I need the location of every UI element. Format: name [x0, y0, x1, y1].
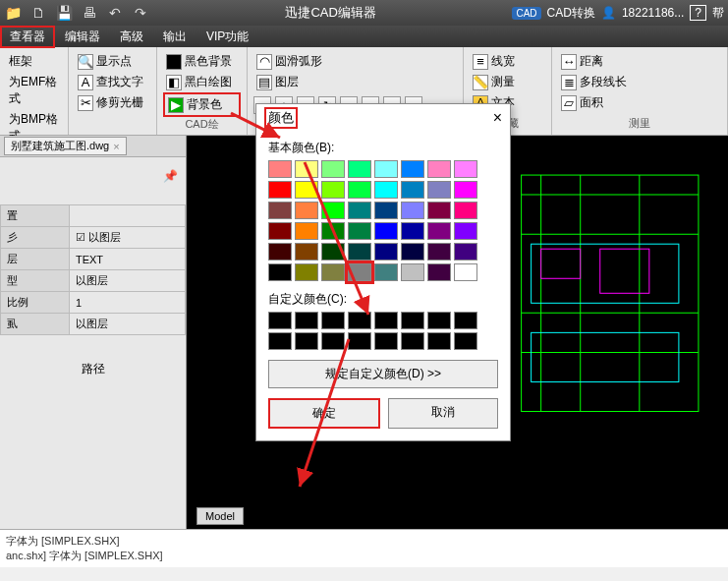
ribbon-polylen[interactable]: ≣多段线长 — [558, 72, 721, 92]
custom-color-swatch[interactable] — [427, 332, 451, 350]
color-swatch[interactable] — [295, 222, 318, 240]
property-value[interactable]: 以图层 — [69, 314, 185, 335]
ribbon-blackbg[interactable]: ■黑色背景 — [163, 51, 241, 72]
custom-color-swatch[interactable] — [268, 312, 292, 329]
close-tab-icon[interactable]: × — [113, 141, 119, 152]
user-label[interactable]: 18221186... — [622, 6, 684, 20]
color-swatch[interactable] — [454, 202, 477, 219]
define-custom-button[interactable]: 规定自定义颜色(D) >> — [268, 360, 498, 388]
ribbon-distance[interactable]: ↔距离 — [558, 51, 721, 72]
color-swatch[interactable] — [374, 222, 398, 240]
property-value[interactable] — [69, 205, 185, 227]
menu-viewer[interactable]: 查看器 — [0, 26, 55, 48]
color-swatch[interactable] — [427, 160, 451, 178]
custom-color-swatch[interactable] — [295, 312, 318, 329]
cancel-button[interactable]: 取消 — [388, 398, 498, 429]
undo-icon[interactable]: ↶ — [106, 4, 124, 22]
color-swatch[interactable] — [268, 222, 292, 240]
property-value[interactable]: TEXT — [69, 249, 185, 270]
custom-color-swatch[interactable] — [374, 332, 398, 350]
color-swatch[interactable] — [427, 181, 451, 199]
ribbon-trimraster[interactable]: ✂修剪光栅 — [75, 92, 150, 113]
color-swatch[interactable] — [348, 160, 371, 178]
custom-color-swatch[interactable] — [321, 332, 345, 350]
color-swatch[interactable] — [268, 160, 292, 178]
color-swatch[interactable] — [374, 263, 398, 281]
color-swatch[interactable] — [427, 202, 451, 219]
property-value[interactable]: 1 — [69, 292, 185, 314]
color-swatch[interactable] — [295, 263, 318, 281]
color-swatch[interactable] — [454, 222, 477, 240]
ribbon-lw[interactable]: ≡线宽 — [470, 51, 545, 72]
ribbon-emf[interactable]: 为EMF格式 — [6, 72, 62, 109]
color-swatch[interactable] — [348, 222, 371, 240]
color-swatch[interactable] — [268, 181, 292, 199]
color-swatch[interactable] — [374, 181, 398, 199]
color-swatch[interactable] — [295, 160, 318, 178]
color-swatch[interactable] — [268, 243, 292, 261]
color-swatch[interactable] — [295, 202, 318, 219]
custom-color-swatch[interactable] — [401, 312, 424, 329]
color-swatch[interactable] — [454, 160, 477, 178]
color-swatch[interactable] — [321, 222, 345, 240]
file-tab[interactable]: 别墅建筑施工图.dwg × — [4, 137, 127, 155]
color-swatch[interactable] — [401, 222, 424, 240]
menu-advanced[interactable]: 高级 — [110, 26, 153, 48]
color-swatch[interactable] — [427, 222, 451, 240]
color-swatch[interactable] — [454, 181, 477, 199]
color-swatch[interactable] — [295, 243, 318, 261]
color-swatch[interactable] — [321, 263, 345, 281]
ribbon-measure[interactable]: 📏测量 — [470, 72, 545, 92]
ribbon-bgcolor[interactable]: ▶背景色 — [163, 92, 241, 117]
custom-color-swatch[interactable] — [374, 312, 398, 329]
color-swatch[interactable] — [321, 202, 345, 219]
custom-color-swatch[interactable] — [401, 332, 424, 350]
ribbon-area[interactable]: ▱面积 — [558, 92, 721, 113]
model-tab[interactable]: Model — [196, 507, 244, 525]
color-swatch[interactable] — [348, 263, 371, 281]
color-swatch[interactable] — [427, 243, 451, 261]
color-swatch[interactable] — [454, 243, 477, 261]
custom-color-swatch[interactable] — [295, 332, 318, 350]
color-swatch[interactable] — [374, 202, 398, 219]
menu-editor[interactable]: 编辑器 — [55, 26, 110, 48]
color-swatch[interactable] — [401, 160, 424, 178]
custom-color-swatch[interactable] — [321, 312, 345, 329]
color-swatch[interactable] — [454, 263, 477, 281]
property-value[interactable]: 以图层 — [69, 227, 185, 249]
menu-vip[interactable]: VIP功能 — [196, 26, 258, 48]
custom-color-swatch[interactable] — [454, 332, 477, 350]
ribbon-showpoints[interactable]: 🔍显示点 — [75, 51, 150, 72]
custom-color-swatch[interactable] — [348, 312, 371, 329]
dialog-close-icon[interactable]: × — [493, 109, 502, 127]
menu-output[interactable]: 输出 — [153, 26, 196, 48]
ribbon-frame[interactable]: 框架 — [6, 51, 62, 72]
open-icon[interactable]: 📁 — [4, 4, 22, 22]
color-swatch[interactable] — [348, 243, 371, 261]
color-swatch[interactable] — [268, 263, 292, 281]
color-swatch[interactable] — [321, 160, 345, 178]
ribbon-findtext[interactable]: A查找文字 — [75, 72, 150, 92]
color-swatch[interactable] — [427, 263, 451, 281]
ribbon-bwdraw[interactable]: ◧黑白绘图 — [163, 72, 241, 92]
color-swatch[interactable] — [374, 160, 398, 178]
color-swatch[interactable] — [401, 202, 424, 219]
color-swatch[interactable] — [401, 243, 424, 261]
cad-convert-link[interactable]: CAD转换 — [547, 5, 595, 22]
color-swatch[interactable] — [401, 181, 424, 199]
color-swatch[interactable] — [348, 202, 371, 219]
print-icon[interactable]: 🖶 — [81, 4, 98, 22]
custom-color-swatch[interactable] — [348, 332, 371, 350]
color-swatch[interactable] — [321, 181, 345, 199]
redo-icon[interactable]: ↷ — [132, 4, 149, 22]
color-swatch[interactable] — [348, 181, 371, 199]
new-icon[interactable]: 🗋 — [29, 4, 47, 22]
color-swatch[interactable] — [268, 202, 292, 219]
custom-color-swatch[interactable] — [454, 312, 477, 329]
color-swatch[interactable] — [374, 243, 398, 261]
custom-color-swatch[interactable] — [427, 312, 451, 329]
help-icon[interactable]: ? — [690, 5, 706, 21]
panel-pin-icon[interactable]: 📌 — [0, 167, 186, 185]
ok-button[interactable]: 确定 — [268, 398, 380, 429]
save-icon[interactable]: 💾 — [55, 4, 73, 22]
